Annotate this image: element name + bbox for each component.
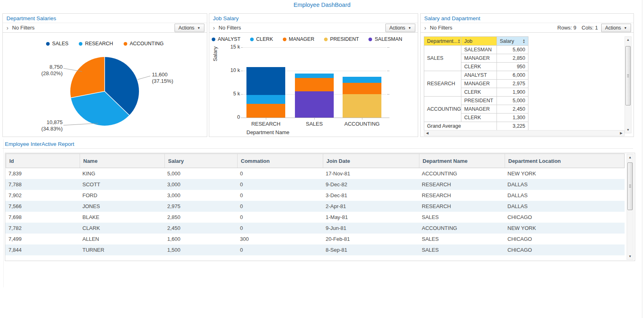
ir-row[interactable]: 7,902FORD3,00003-Dec-81RESEARCHDALLAS [5, 190, 625, 201]
ir-row[interactable]: 7,839KING5,000017-Nov-81ACCOUNTINGNEW YO… [5, 168, 625, 179]
ir-cell: 0 [237, 223, 322, 234]
y-tick [387, 94, 389, 95]
caret-down-icon: ▼ [624, 26, 627, 29]
filter-bar: › No Filters Actions ▼ [209, 23, 418, 33]
scrollbar-thumb[interactable] [627, 162, 633, 210]
ir-cell: 7,566 [5, 201, 79, 212]
actions-button[interactable]: Actions ▼ [175, 23, 204, 32]
bar-segment-research-analyst[interactable] [246, 67, 285, 95]
legend-item-salesman[interactable]: SALESMAN [368, 36, 402, 42]
pivot-column-header-salary[interactable]: Salary▲▼ [497, 37, 528, 46]
legend-dot-icon [324, 38, 328, 41]
scroll-right-icon[interactable]: ▶ [619, 131, 624, 136]
no-filters-label: No Filters [219, 25, 241, 31]
ir-cell: CHICAGO [504, 244, 625, 255]
sort-both-icon[interactable]: ▲▼ [458, 39, 460, 43]
pivot-vertical-scrollbar[interactable]: ▲ ▼ [625, 36, 631, 133]
sort-both-icon[interactable]: ▲▼ [523, 39, 525, 43]
chevron-right-icon[interactable]: › [424, 25, 426, 31]
pie-label-sales: 11,600 (37.15%) [152, 72, 173, 84]
legend-item-research[interactable]: RESEARCH [79, 41, 113, 46]
scroll-left-icon[interactable]: ◀ [425, 131, 430, 136]
ir-column-header-id[interactable]: Id [6, 154, 80, 168]
ir-cell: 9-Jun-81 [322, 223, 419, 234]
ir-row[interactable]: 7,566JONES2,97502-Apr-81RESEARCHDALLAS [5, 201, 625, 212]
legend-item-analyst[interactable]: ANALYST [212, 36, 240, 42]
bar-segment-research-manager[interactable] [246, 104, 285, 118]
ir-cell: ACCOUNTING [419, 223, 504, 234]
legend-label: ACCOUNTING [130, 41, 164, 46]
pivot-grand-average-row: Grand Average3,225 [424, 122, 528, 131]
ir-cell: ALLEN [79, 234, 164, 244]
y-tick [241, 47, 243, 48]
scroll-up-icon[interactable]: ▲ [627, 155, 633, 160]
ir-row[interactable]: 7,698BLAKE2,85001-May-81SALESCHICAGO [5, 212, 625, 223]
ir-column-header-name[interactable]: Name [80, 154, 165, 168]
legend-item-president[interactable]: PRESIDENT [324, 36, 359, 42]
bar-segment-research-clerk[interactable] [246, 95, 285, 104]
ir-column-header-join-date[interactable]: Join Date [323, 154, 419, 168]
ir-cell: ACCOUNTING [419, 168, 504, 179]
pivot-job-cell: CLERK [461, 88, 497, 97]
ir-cell: DALLAS [504, 190, 625, 201]
pivot-department-cell: ACCOUNTING [424, 97, 461, 122]
ir-vertical-scrollbar[interactable]: ▲ ▼ [627, 154, 633, 260]
ir-column-header-department-location[interactable]: Department Location [505, 154, 624, 168]
legend-item-manager[interactable]: MANAGER [283, 36, 314, 42]
ir-row[interactable]: 7,844TURNER1,50008-Sep-81SALESCHICAGO [5, 244, 625, 255]
legend-dot-icon [212, 38, 215, 41]
x-category-label: ACCOUNTING [336, 121, 388, 127]
ir-cell: RESEARCH [419, 201, 504, 212]
ir-cell: 2,850 [164, 212, 237, 223]
scroll-up-icon[interactable]: ▲ [625, 37, 631, 42]
scroll-down-icon[interactable]: ▼ [627, 254, 633, 259]
ir-cell: KING [79, 168, 164, 179]
actions-button[interactable]: Actions ▼ [601, 23, 631, 32]
legend-item-sales[interactable]: SALES [46, 41, 68, 46]
pivot-meta: Rows: 9 Cols: 1 [558, 25, 598, 31]
x-category-label: SALES [288, 121, 341, 127]
ir-cell: JONES [79, 201, 164, 212]
ir-cell: 7,698 [5, 212, 79, 223]
chevron-right-icon[interactable]: › [213, 25, 215, 31]
pie-chart[interactable] [70, 57, 139, 126]
ir-cell: BLAKE [79, 212, 164, 223]
ir-row[interactable]: 7,788SCOTT3,00009-Dec-82RESEARCHDALLAS [5, 179, 625, 190]
scroll-down-icon[interactable]: ▼ [625, 127, 631, 133]
scrollbar-thumb[interactable] [625, 46, 631, 105]
region-salary-and-department: Salary and Dapartment › No Filters Rows:… [420, 13, 634, 137]
ir-cell: 1-May-81 [322, 212, 419, 223]
legend-item-accounting[interactable]: ACCOUNTING [124, 41, 164, 46]
pivot-column-header-department[interactable]: Department...▲▼ [424, 37, 461, 46]
ir-column-header-salary[interactable]: Salary [165, 154, 238, 168]
page-title: Employee DashBoard [0, 2, 644, 8]
ir-row[interactable]: 7,499ALLEN1,60030020-Feb-81SALESCHICAGO [5, 234, 625, 244]
ir-row[interactable]: 7,782CLARK2,45009-Jun-81ACCOUNTINGNEW YO… [5, 223, 625, 234]
pivot-horizontal-scrollbar[interactable]: ◀ ▶ [424, 130, 625, 136]
actions-button[interactable]: Actions ▼ [385, 23, 415, 32]
ir-cell: FORD [79, 190, 164, 201]
pivot-job-cell: PRESIDENT [461, 97, 497, 105]
ir-cell: CHICAGO [504, 234, 625, 244]
pivot-salary-cell: 950 [497, 63, 528, 71]
region-department-salaries: Department Salaries › No Filters Actions… [2, 13, 207, 137]
bar-segment-sales-manager[interactable] [295, 78, 334, 91]
bar-segment-accounting-president[interactable] [343, 94, 381, 118]
ir-cell: 20-Feb-81 [322, 234, 419, 244]
chevron-right-icon[interactable]: › [6, 25, 8, 31]
ir-column-header-commation[interactable]: Commation [238, 154, 323, 168]
pivot-row: RESEARCHANALYST6,000 [424, 71, 528, 80]
legend-label: CLERK [256, 36, 273, 42]
ir-column-header-department-name[interactable]: Department Name [419, 154, 505, 168]
bar-segment-sales-salesman[interactable] [295, 91, 334, 118]
pivot-job-cell: CLERK [461, 63, 497, 71]
bar-segment-accounting-manager[interactable] [343, 83, 381, 94]
bar-segment-sales-clerk[interactable] [295, 74, 334, 78]
legend-item-clerk[interactable]: CLERK [250, 36, 273, 42]
ir-cell: 3,000 [164, 179, 237, 190]
bar-segment-accounting-clerk[interactable] [343, 77, 381, 83]
x-axis-line [242, 118, 389, 118]
ir-cell: 300 [237, 234, 322, 244]
pie-label-accounting: 8,750 (28.02%) [25, 64, 63, 77]
ir-cell: RESEARCH [419, 190, 504, 201]
